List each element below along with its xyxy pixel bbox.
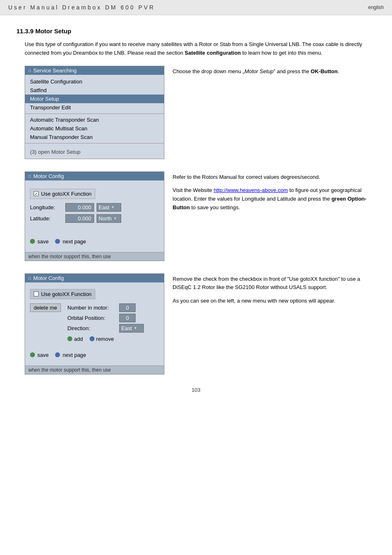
latitude-input[interactable]: 0.000 [65, 214, 94, 223]
panel2-desc-line2: Visit the Website http://www.heavens-abo… [173, 186, 376, 212]
add-button[interactable]: add [67, 336, 83, 342]
panel2-button-row: save next page [30, 238, 159, 245]
panel3-save-row: save next page [30, 352, 159, 358]
heavens-above-link[interactable]: http://www.heavens-above.com [214, 187, 288, 193]
add-dot [67, 336, 72, 341]
chevron-down-icon3: ▼ [134, 326, 137, 330]
menu-satellite-config[interactable]: Satellite Configuration [25, 77, 164, 86]
number-input[interactable]: 0 [119, 303, 136, 312]
bold-ok-button: OK-Button [311, 68, 338, 74]
fields-column: Number in motor: 0 Orbital Position: 0 D… [67, 303, 159, 345]
panel2-title: Motor Config [33, 173, 64, 179]
bold-green-option: green Option-Button [173, 196, 367, 210]
panel3-footer: when the motor support this, then use [25, 365, 164, 374]
panel3-fields-area: delete me Number in motor: 0 Orbital Pos… [30, 303, 159, 345]
latitude-label: Latitude: [30, 215, 63, 222]
orbital-label: Orbital Position: [67, 315, 117, 321]
save-button2[interactable]: save [30, 352, 48, 358]
delete-column: delete me [30, 303, 64, 345]
service-searching-titlebar: □ Service Searching [25, 66, 164, 75]
chevron-down-icon2: ▼ [113, 216, 117, 220]
header-title: User Manual Dreambox DM 600 PVR [8, 4, 155, 11]
longitude-row: Longitude: 0.000 East ▼ [30, 203, 159, 212]
panel3-desc-line1: Remove the check from the checkbox in fr… [173, 275, 376, 292]
motor-config1-body: ✓ Use gotoXX Function Longitude: 0.000 E… [25, 180, 164, 252]
panel2-description: Refer to the Rotors Manual for correct v… [173, 171, 376, 261]
panel2-footer: when the motor support this, then use [25, 252, 164, 261]
longitude-input[interactable]: 0.000 [65, 203, 94, 212]
motor-config2-panel: □ Motor Config Use gotoXX Function delet… [25, 273, 164, 375]
add-remove-row: add remove [67, 336, 159, 342]
longitude-dir-dropdown[interactable]: East ▼ [97, 203, 121, 212]
gotox-label: Use gotoXX Function [41, 191, 92, 197]
page-number: 103 [16, 387, 376, 393]
menu-divider1 [25, 113, 164, 114]
motor-config1-panel: □ Motor Config ✓ Use gotoXX Function Lon… [25, 171, 164, 261]
menu-manual-transponder[interactable]: Manual Transponder Scan [25, 133, 164, 141]
section-motor-config2: □ Motor Config Use gotoXX Function delet… [25, 273, 376, 375]
gotox-checkbox-row[interactable]: ✓ Use gotoXX Function [30, 189, 95, 199]
orbital-input[interactable]: 0 [119, 314, 136, 322]
orbital-row: Orbital Position: 0 [67, 314, 159, 322]
number-row: Number in motor: 0 [67, 303, 159, 312]
direction-dropdown[interactable]: East ▼ [119, 324, 144, 333]
next-page-button[interactable]: next page [55, 238, 86, 245]
menu-motor-setup[interactable]: Motor Setup [25, 95, 164, 103]
next-dot [55, 239, 60, 244]
service-searching-panel: □ Service Searching Satellite Configurat… [25, 66, 164, 159]
gotox-label2: Use gotoXX Function [41, 291, 92, 297]
service-searching-body: Satellite Configuration Satfind Motor Se… [25, 75, 164, 159]
latitude-dir-dropdown[interactable]: North ▼ [97, 214, 121, 223]
panel3-desc-line2: As you can see on the left, a new menu w… [173, 297, 376, 305]
menu-transponder-edit[interactable]: Transponder Edit [25, 103, 164, 112]
intro-paragraph: Use this type of configuration if you wa… [25, 40, 376, 58]
page-header: User Manual Dreambox DM 600 PVR english [0, 0, 392, 15]
number-label: Number in motor: [67, 305, 117, 311]
italic-motor-setup: Motor Setup [244, 68, 274, 74]
gotox-checkbox2[interactable] [34, 291, 39, 296]
window-icon: □ [28, 68, 31, 73]
service-searching-window: □ Service Searching Satellite Configurat… [25, 66, 164, 159]
panel1-description: Choose the drop down menu „Motor Setup” … [173, 66, 376, 159]
remove-button[interactable]: remove [90, 336, 114, 342]
motor-config1-titlebar: □ Motor Config [25, 172, 164, 180]
menu-auto-transponder[interactable]: Automatic Transponder Scan [25, 116, 164, 124]
motor-config2-window: □ Motor Config Use gotoXX Function delet… [25, 273, 164, 375]
remove-dot [90, 336, 95, 341]
panel1-title: Service Searching [33, 67, 77, 74]
direction-row: Direction: East ▼ [67, 324, 159, 333]
panel2-desc-line1: Refer to the Rotors Manual for correct v… [173, 173, 376, 182]
latitude-row: Latitude: 0.000 North ▼ [30, 214, 159, 223]
window-icon2: □ [28, 174, 31, 178]
gotox-checkbox[interactable]: ✓ [34, 191, 39, 196]
chevron-down-icon: ▼ [111, 205, 115, 209]
menu-divider2 [25, 143, 164, 143]
save-button[interactable]: save [30, 238, 48, 245]
menu-auto-multisat[interactable]: Automatic Multisat Scan [25, 124, 164, 133]
panel3-description: Remove the check from the checkbox in fr… [173, 273, 376, 375]
section-service-searching: □ Service Searching Satellite Configurat… [25, 66, 376, 159]
menu-satfind[interactable]: Satfind [25, 86, 164, 95]
motor-config2-titlebar: □ Motor Config [25, 274, 164, 282]
motor-config2-body: Use gotoXX Function delete me Number in … [25, 282, 164, 365]
next-page-button2[interactable]: next page [55, 352, 86, 358]
save-dot [30, 239, 35, 244]
longitude-label: Longitude: [30, 204, 63, 210]
menu-open-note: (3) open Motor Setup [25, 148, 164, 156]
direction-label: Direction: [67, 325, 117, 331]
page-content: 11.3.9 Motor Setup Use this type of conf… [0, 15, 392, 401]
gotox-checkbox-row2[interactable]: Use gotoXX Function [30, 289, 95, 299]
motor-config1-window: □ Motor Config ✓ Use gotoXX Function Lon… [25, 171, 164, 261]
delete-me-button[interactable]: delete me [30, 303, 61, 312]
panel3-title: Motor Config [33, 275, 64, 281]
save-dot2 [30, 352, 35, 357]
section-title: 11.3.9 Motor Setup [16, 28, 376, 35]
next-dot2 [55, 352, 60, 357]
section-motor-config1: □ Motor Config ✓ Use gotoXX Function Lon… [25, 171, 376, 261]
header-language: english [368, 5, 384, 10]
bold-satellite-config: Satellite configuration [185, 50, 241, 56]
window-icon3: □ [28, 276, 31, 280]
